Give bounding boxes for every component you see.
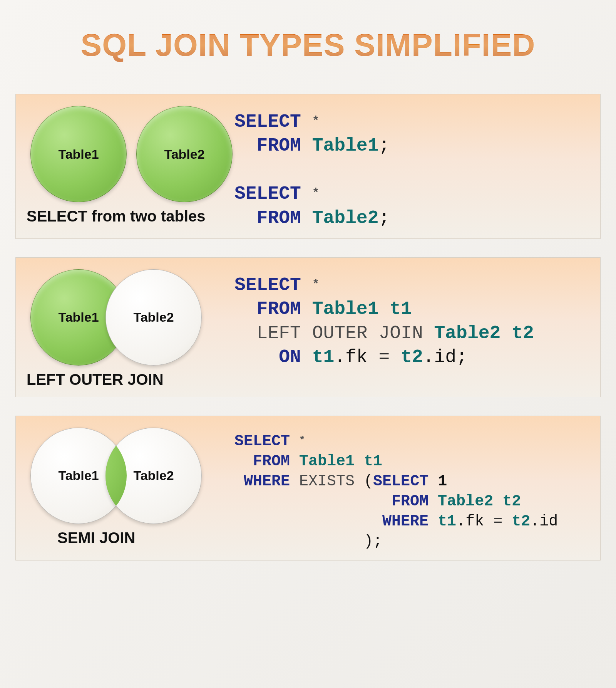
venn-diagram-col: Table1 Table2 LEFT OUTER JOIN <box>27 269 234 388</box>
venn-circle-table2: Table2 <box>136 106 233 202</box>
venn-separate: Table1 Table2 <box>27 106 234 206</box>
panel-label: SELECT from two tables <box>27 208 234 225</box>
venn-left-outer: Table1 Table2 <box>27 269 234 369</box>
venn-semi: Table1 Table2 <box>27 428 234 528</box>
panel-left-outer-join: Table1 Table2 LEFT OUTER JOIN SELECT * F… <box>15 257 601 397</box>
sql-code: SELECT * FROM Table1 t1 WHERE EXISTS (SE… <box>234 431 589 552</box>
venn-circle-table2: Table2 <box>105 269 202 366</box>
panel-label: LEFT OUTER JOIN <box>27 371 234 388</box>
panel-select-two-tables: Table1 Table2 SELECT from two tables SEL… <box>15 94 601 239</box>
page-title: SQL JOIN TYPES SIMPLIFIED <box>15 27 601 63</box>
code-col: SELECT * FROM Table1 t1 WHERE EXISTS (SE… <box>234 428 589 552</box>
venn-circle-table1: Table1 <box>30 106 127 202</box>
venn-diagram-col: Table1 Table2 SELECT from two tables <box>27 106 234 225</box>
sql-code: SELECT * FROM Table1; SELECT * FROM Tabl… <box>234 110 589 230</box>
code-col: SELECT * FROM Table1 t1 LEFT OUTER JOIN … <box>234 269 589 369</box>
sql-code: SELECT * FROM Table1 t1 LEFT OUTER JOIN … <box>234 273 589 369</box>
panel-semi-join: Table1 Table2 SEMI JOIN SELECT * FROM Ta… <box>15 416 601 560</box>
panel-label: SEMI JOIN <box>57 529 234 547</box>
venn-circle-table2: Table2 <box>105 428 202 524</box>
code-col: SELECT * FROM Table1; SELECT * FROM Tabl… <box>234 106 589 230</box>
venn-diagram-col: Table1 Table2 SEMI JOIN <box>27 428 234 547</box>
